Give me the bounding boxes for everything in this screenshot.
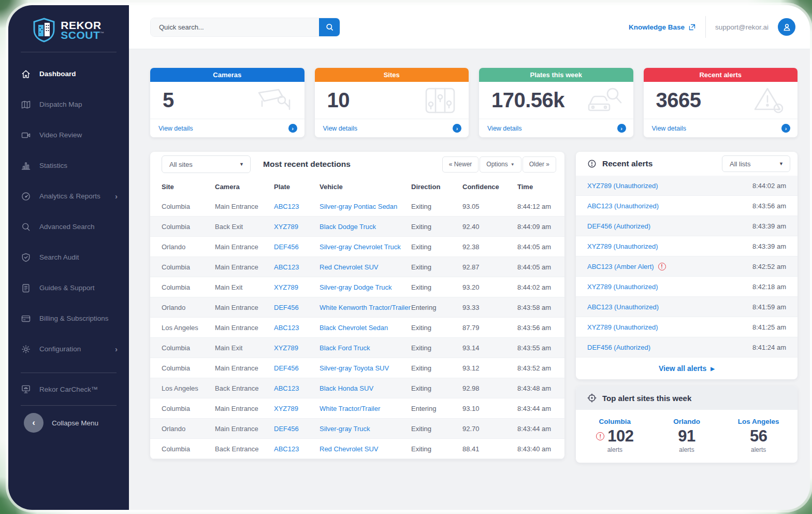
top-sites-title: Top alert sites this week [602, 394, 691, 403]
alert-time: 8:43:39 am [752, 222, 786, 230]
detection-camera: Main Entrance [215, 243, 274, 251]
stat-card-cameras: Cameras 5 View details › [150, 68, 304, 137]
detection-plate-link[interactable]: ABC123 [274, 263, 320, 271]
alert-plate-link[interactable]: XYZ789 (Unauthorized) [587, 242, 658, 250]
stat-card-sites: Sites 10 View details › [315, 68, 469, 137]
chevron-right-icon[interactable]: › [453, 124, 461, 133]
chevron-right-icon[interactable]: › [617, 124, 626, 133]
detection-vehicle-link[interactable]: Black Honda SUV [320, 384, 411, 392]
detection-plate-link[interactable]: ABC123 [274, 324, 320, 332]
sidebar-item-advanced-search[interactable]: Advanced Search [8, 211, 129, 242]
site-filter-select[interactable]: All sites ▼ [162, 155, 251, 173]
view-details-link[interactable]: View details [652, 125, 686, 132]
knowledge-base-link[interactable]: Knowledge Base [629, 23, 696, 31]
alert-time: 8:43:56 am [752, 202, 786, 210]
sidebar-item-analytics-reports[interactable]: Analytics & Reports › [8, 181, 129, 211]
stat-card-header[interactable]: Recent alerts [644, 68, 798, 82]
stat-card-header[interactable]: Cameras [150, 68, 304, 82]
alerts-title: Recent alerts [602, 159, 653, 168]
detection-row: Columbia Main Exit XYZ789 Black Ford Tru… [150, 338, 564, 358]
stat-card-header[interactable]: Plates this week [479, 68, 633, 82]
detection-plate-link[interactable]: DEF456 [274, 364, 320, 372]
detection-plate-link[interactable]: ABC123 [274, 384, 320, 392]
user-avatar[interactable] [778, 18, 795, 36]
alert-plate-link[interactable]: XYZ789 (Unauthorized) [587, 283, 658, 291]
sidebar-item-billing-subscriptions[interactable]: Billing & Subscriptions [8, 303, 129, 334]
search-button[interactable] [319, 18, 340, 36]
chevron-down-icon: ▼ [779, 161, 784, 166]
detection-time: 8:43:52 am [517, 364, 564, 372]
alert-plate-link[interactable]: ABC123 (Amber Alert) [587, 263, 654, 270]
detection-vehicle-link[interactable]: Silver-gray Pontiac Sedan [320, 203, 411, 210]
detection-camera: Main Entrance [215, 425, 274, 433]
detection-row: Orlando Main Entrance DEF456 White Kenwo… [150, 297, 564, 318]
sidebar-item-dashboard[interactable]: Dashboard [8, 59, 129, 89]
detection-vehicle-link[interactable]: Red Chevrolet SUV [320, 445, 411, 453]
newer-button[interactable]: « Newer [442, 156, 479, 173]
detection-plate-link[interactable]: DEF456 [274, 304, 320, 311]
sidebar-item-search-audit[interactable]: Search Audit [8, 242, 129, 273]
list-filter-select[interactable]: All lists ▼ [722, 155, 790, 172]
view-details-link[interactable]: View details [323, 125, 357, 132]
site-name-link[interactable]: Los Angeles [722, 418, 794, 425]
app-window: REKOR SCOUT™ Dashboard Dispatch Map Vide… [8, 5, 810, 510]
site-name-link[interactable]: Columbia [579, 418, 651, 425]
detection-direction: Exiting [411, 384, 462, 392]
detection-plate-link[interactable]: XYZ789 [274, 283, 320, 291]
alert-plate-link[interactable]: DEF456 (Authorized) [587, 344, 650, 351]
older-button[interactable]: Older » [523, 156, 556, 173]
detection-vehicle-link[interactable]: Black Ford Truck [320, 344, 411, 352]
sidebar-item-dispatch-map[interactable]: Dispatch Map [8, 89, 129, 120]
detection-camera: Main Exit [215, 344, 274, 352]
sidebar-item-configuration[interactable]: Configuration › [8, 334, 129, 364]
alert-plate-link[interactable]: ABC123 (Unauthorized) [587, 202, 659, 210]
detection-plate-link[interactable]: ABC123 [274, 445, 320, 453]
detection-row: Los Angeles Main Entrance ABC123 Black C… [150, 318, 564, 338]
detection-plate-link[interactable]: ABC123 [274, 203, 320, 210]
detection-plate-link[interactable]: XYZ789 [274, 405, 320, 412]
view-details-link[interactable]: View details [487, 125, 521, 132]
chevron-right-icon[interactable]: › [781, 124, 790, 133]
collapse-chevron-icon[interactable]: ‹ [24, 413, 44, 433]
alert-plate-link[interactable]: XYZ789 (Unauthorized) [587, 182, 658, 190]
detection-site: Orlando [162, 304, 215, 311]
detection-vehicle-link[interactable]: Black Chevrolet Sedan [320, 324, 411, 332]
detection-direction: Exiting [411, 425, 462, 433]
chevron-right-icon[interactable]: › [288, 124, 297, 133]
detection-vehicle-link[interactable]: Silver-gray Truck [320, 425, 411, 433]
sidebar-item-guides-support[interactable]: Guides & Support [8, 273, 129, 303]
options-button[interactable]: Options ▼ [480, 156, 521, 173]
detection-row: Columbia Back Exit XYZ789 Black Dodge Tr… [150, 217, 564, 237]
sidebar-item-statistics[interactable]: Statistics [8, 150, 129, 181]
detection-site: Orlando [162, 243, 215, 251]
detection-vehicle-link[interactable]: Silver-gray Chevrolet Truck [320, 243, 411, 251]
view-all-alerts-link[interactable]: View all alerts ▶ [576, 358, 798, 379]
site-name-link[interactable]: Orlando [651, 418, 723, 425]
detections-panel: All sites ▼ Most recent detections « New… [150, 152, 564, 459]
detection-plate-link[interactable]: DEF456 [274, 425, 320, 433]
detection-camera: Main Exit [215, 283, 274, 291]
search-input[interactable] [151, 18, 319, 36]
stat-card-header[interactable]: Sites [315, 68, 469, 82]
collapse-menu[interactable]: ‹ Collapse Menu [8, 406, 129, 433]
detection-plate-link[interactable]: XYZ789 [274, 223, 320, 231]
sidebar-item-video-review[interactable]: Video Review [8, 120, 129, 150]
detection-camera: Main Entrance [215, 203, 274, 210]
detection-plate-link[interactable]: XYZ789 [274, 344, 320, 352]
detection-vehicle-link[interactable]: Red Chevrolet SUV [320, 263, 411, 271]
view-details-link[interactable]: View details [158, 125, 193, 132]
alert-plate-link[interactable]: ABC123 (Unauthorized) [587, 303, 659, 311]
detection-vehicle-link[interactable]: White Tractor/Trailer [320, 405, 411, 412]
detection-vehicle-link[interactable]: Black Dodge Truck [320, 223, 411, 231]
detection-plate-link[interactable]: DEF456 [274, 243, 320, 251]
detection-vehicle-link[interactable]: White Kenworth Tractor/Trailer [320, 304, 411, 311]
detection-row: Orlando Main Entrance DEF456 Silver-gray… [150, 419, 564, 439]
detection-vehicle-link[interactable]: Silver-gray Dodge Truck [320, 283, 411, 291]
alert-plate-link[interactable]: XYZ789 (Unauthorized) [587, 323, 658, 331]
detection-time: 8:43:58 am [517, 304, 564, 311]
sidebar-item-rekor-carcheck[interactable]: Rekor CarCheck™ [8, 373, 129, 405]
detection-vehicle-link[interactable]: Silver-gray Toyota SUV [320, 364, 411, 372]
detection-time: 8:44:02 am [517, 283, 564, 291]
alert-plate-link[interactable]: DEF456 (Authorized) [587, 222, 650, 230]
alert-time: 8:42:52 am [752, 263, 786, 270]
